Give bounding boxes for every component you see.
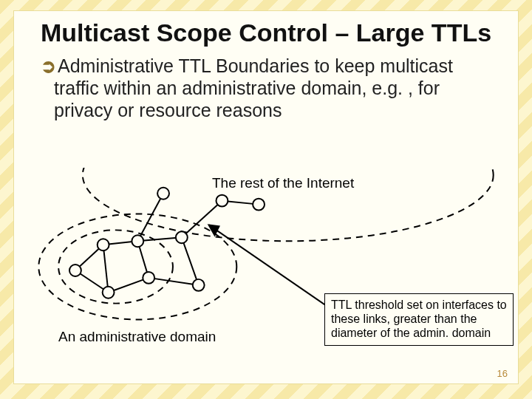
bullet-paragraph: ➲Administrative TTL Boundaries to keep m… (27, 50, 518, 121)
slide-card: Multicast Scope Control – Large TTLs ➲Ad… (13, 10, 519, 384)
page-number: 16 (497, 368, 508, 379)
svg-point-19 (157, 188, 169, 200)
svg-line-6 (137, 237, 182, 241)
admin-domain-label: An administrative domain (58, 329, 216, 345)
slide-title: Multicast Scope Control – Large TTLs (14, 11, 518, 50)
ttl-threshold-callout: TTL threshold set on interfaces to these… (324, 293, 514, 346)
svg-point-12 (69, 265, 81, 276)
svg-point-17 (176, 231, 188, 243)
svg-line-7 (149, 278, 198, 285)
svg-line-8 (182, 237, 199, 285)
svg-point-21 (253, 199, 265, 211)
svg-point-18 (193, 279, 205, 291)
svg-point-20 (216, 195, 228, 207)
callout-arrow (209, 225, 329, 307)
bullet-text: Administrative TTL Boundaries to keep mu… (54, 55, 453, 120)
svg-line-22 (209, 225, 329, 307)
svg-point-15 (143, 272, 154, 284)
bullet-icon: ➲ (41, 55, 56, 76)
svg-point-16 (103, 287, 115, 299)
svg-line-10 (137, 194, 163, 242)
svg-line-5 (103, 245, 109, 293)
svg-point-13 (98, 239, 109, 250)
admin-domain-outer (38, 214, 236, 320)
svg-point-14 (132, 235, 143, 247)
